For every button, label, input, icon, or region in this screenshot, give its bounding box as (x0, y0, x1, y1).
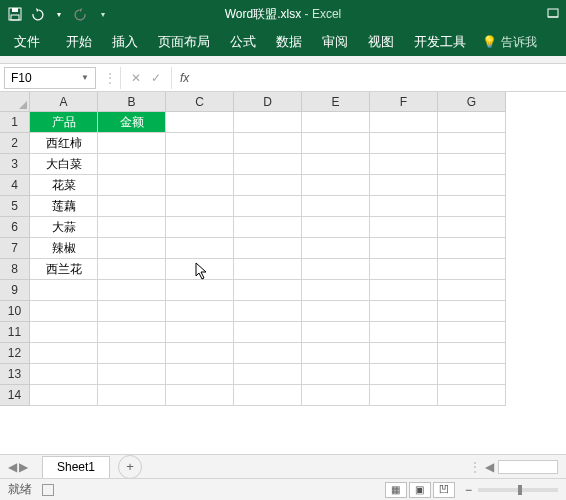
sheet-nav-next-icon[interactable]: ▶ (19, 460, 28, 474)
cell-D1[interactable] (234, 112, 302, 133)
name-box[interactable]: F10 ▼ (4, 67, 96, 89)
cell-A7[interactable]: 辣椒 (30, 238, 98, 259)
column-header-E[interactable]: E (302, 92, 370, 112)
cell-B13[interactable] (98, 364, 166, 385)
cell-E2[interactable] (302, 133, 370, 154)
cell-B7[interactable] (98, 238, 166, 259)
tab-formulas[interactable]: 公式 (220, 28, 266, 56)
cell-E13[interactable] (302, 364, 370, 385)
cell-D9[interactable] (234, 280, 302, 301)
hscroll-track[interactable] (498, 460, 558, 474)
cell-G7[interactable] (438, 238, 506, 259)
qat-dropdown-icon[interactable]: ▾ (50, 5, 68, 23)
cell-C10[interactable] (166, 301, 234, 322)
row-header-6[interactable]: 6 (0, 217, 30, 238)
cell-G6[interactable] (438, 217, 506, 238)
cell-D6[interactable] (234, 217, 302, 238)
cell-F10[interactable] (370, 301, 438, 322)
cell-F4[interactable] (370, 175, 438, 196)
cell-G8[interactable] (438, 259, 506, 280)
normal-view-button[interactable]: ▦ (385, 482, 407, 498)
formula-bar-input[interactable] (197, 67, 566, 89)
cell-F7[interactable] (370, 238, 438, 259)
redo-icon[interactable] (72, 5, 90, 23)
cell-F6[interactable] (370, 217, 438, 238)
tab-insert[interactable]: 插入 (102, 28, 148, 56)
cell-C13[interactable] (166, 364, 234, 385)
cell-G14[interactable] (438, 385, 506, 406)
cell-A9[interactable] (30, 280, 98, 301)
tab-file[interactable]: 文件 (4, 28, 50, 56)
cell-D7[interactable] (234, 238, 302, 259)
cell-F11[interactable] (370, 322, 438, 343)
cell-A3[interactable]: 大白菜 (30, 154, 98, 175)
cell-G3[interactable] (438, 154, 506, 175)
cell-B6[interactable] (98, 217, 166, 238)
cell-F9[interactable] (370, 280, 438, 301)
cell-E1[interactable] (302, 112, 370, 133)
cell-F13[interactable] (370, 364, 438, 385)
column-header-B[interactable]: B (98, 92, 166, 112)
sheet-nav-prev-icon[interactable]: ◀ (8, 460, 17, 474)
cell-F3[interactable] (370, 154, 438, 175)
tab-page-layout[interactable]: 页面布局 (148, 28, 220, 56)
select-all-corner[interactable] (0, 92, 30, 112)
macro-record-icon[interactable] (42, 484, 54, 496)
cell-C4[interactable] (166, 175, 234, 196)
cell-G5[interactable] (438, 196, 506, 217)
cell-A8[interactable]: 西兰花 (30, 259, 98, 280)
cell-C3[interactable] (166, 154, 234, 175)
cell-C6[interactable] (166, 217, 234, 238)
cell-F1[interactable] (370, 112, 438, 133)
tab-review[interactable]: 审阅 (312, 28, 358, 56)
cell-E5[interactable] (302, 196, 370, 217)
cell-G4[interactable] (438, 175, 506, 196)
tab-developer[interactable]: 开发工具 (404, 28, 476, 56)
cell-D8[interactable] (234, 259, 302, 280)
tab-home[interactable]: 开始 (56, 28, 102, 56)
row-header-12[interactable]: 12 (0, 343, 30, 364)
cell-B3[interactable] (98, 154, 166, 175)
cell-B14[interactable] (98, 385, 166, 406)
row-header-4[interactable]: 4 (0, 175, 30, 196)
cell-C1[interactable] (166, 112, 234, 133)
row-header-5[interactable]: 5 (0, 196, 30, 217)
row-header-7[interactable]: 7 (0, 238, 30, 259)
cell-E6[interactable] (302, 217, 370, 238)
tell-me-search[interactable]: 💡 告诉我 (482, 34, 537, 51)
cell-A5[interactable]: 莲藕 (30, 196, 98, 217)
column-header-D[interactable]: D (234, 92, 302, 112)
cell-D2[interactable] (234, 133, 302, 154)
cell-D4[interactable] (234, 175, 302, 196)
cell-D11[interactable] (234, 322, 302, 343)
cell-A13[interactable] (30, 364, 98, 385)
cancel-formula-icon[interactable]: ✕ (131, 71, 141, 85)
row-header-14[interactable]: 14 (0, 385, 30, 406)
row-header-11[interactable]: 11 (0, 322, 30, 343)
cell-E4[interactable] (302, 175, 370, 196)
cell-G12[interactable] (438, 343, 506, 364)
page-layout-view-button[interactable]: ▣ (409, 482, 431, 498)
cell-C11[interactable] (166, 322, 234, 343)
cell-C7[interactable] (166, 238, 234, 259)
tab-view[interactable]: 视图 (358, 28, 404, 56)
name-box-dropdown-icon[interactable]: ▼ (81, 73, 89, 82)
row-header-3[interactable]: 3 (0, 154, 30, 175)
cell-B11[interactable] (98, 322, 166, 343)
cell-F5[interactable] (370, 196, 438, 217)
row-header-2[interactable]: 2 (0, 133, 30, 154)
cell-B8[interactable] (98, 259, 166, 280)
cell-E7[interactable] (302, 238, 370, 259)
column-header-C[interactable]: C (166, 92, 234, 112)
undo-icon[interactable] (28, 5, 46, 23)
cell-C5[interactable] (166, 196, 234, 217)
row-header-13[interactable]: 13 (0, 364, 30, 385)
cell-D3[interactable] (234, 154, 302, 175)
zoom-out-button[interactable]: − (465, 483, 472, 497)
cell-E3[interactable] (302, 154, 370, 175)
cell-A10[interactable] (30, 301, 98, 322)
cell-B10[interactable] (98, 301, 166, 322)
hscroll-split-icon[interactable]: ⋮ (469, 460, 481, 474)
cell-D10[interactable] (234, 301, 302, 322)
cell-E8[interactable] (302, 259, 370, 280)
